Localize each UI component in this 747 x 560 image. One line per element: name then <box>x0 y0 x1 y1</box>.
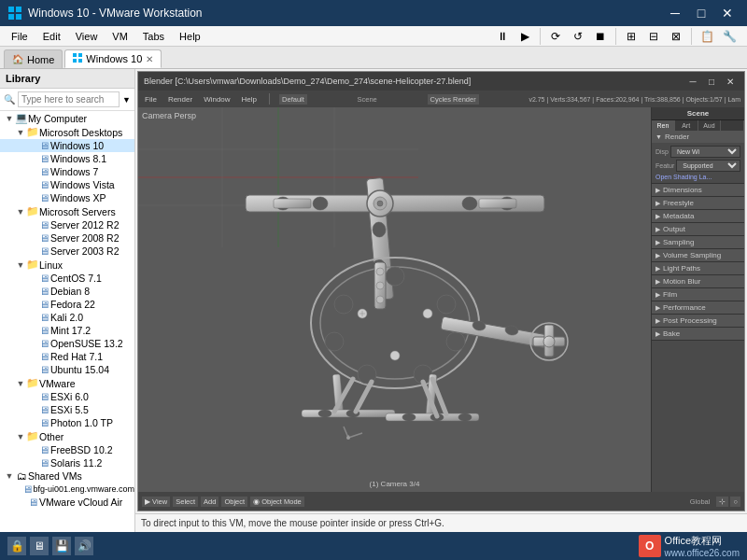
blender-minimize-btn[interactable]: ─ <box>684 75 701 88</box>
sidebar-item-srv2003[interactable]: 🖥 Server 2003 R2 <box>0 245 134 258</box>
select-btn[interactable]: Select <box>173 497 198 507</box>
sidebar-item-other[interactable]: ▼ 📁 Other <box>0 429 134 443</box>
toolbar-btn-2[interactable]: ▶ <box>514 26 535 47</box>
sidebar-item-redhat[interactable]: 🖥 Red Hat 7.1 <box>0 350 134 363</box>
menu-file[interactable]: File <box>4 29 35 44</box>
menu-view[interactable]: View <box>68 29 106 44</box>
section-render-header[interactable]: ▼ Render <box>652 131 744 143</box>
sidebar-item-photon[interactable]: 🖥 Photon 1.0 TP <box>0 416 134 429</box>
section-postproc-header[interactable]: ▶ Post Processing <box>652 315 744 327</box>
tray-icon-1[interactable]: 🔒 <box>7 537 26 555</box>
section-perf-header[interactable]: ▶ Performance <box>652 301 744 314</box>
panel-tab-art[interactable]: Art <box>675 120 698 131</box>
vm-icon: 🖥 <box>37 192 50 203</box>
blender-menu-help[interactable]: Help <box>239 95 260 104</box>
sidebar-item-linux[interactable]: ▼ 📁 Linux <box>0 258 134 272</box>
sidebar-item-centos[interactable]: 🖥 CentOS 7.1 <box>0 272 134 285</box>
sidebar-item-solaris[interactable]: 🖥 Solaris 11.2 <box>0 456 134 469</box>
sidebar-item-win81[interactable]: 🖥 Windows 8.1 <box>0 152 134 165</box>
sidebar-item-debian[interactable]: 🖥 Debian 8 <box>0 285 134 298</box>
section-film-header[interactable]: ▶ Film <box>652 288 744 301</box>
toolbar-btn-6[interactable]: ⊞ <box>621 26 641 47</box>
toolbar-btn-4[interactable]: ↺ <box>568 26 588 47</box>
snap-btn[interactable]: ⊹ <box>716 497 728 507</box>
toolbar-btn-9[interactable]: 📋 <box>697 26 717 47</box>
sidebar-item-vmware[interactable]: ▼ 📁 VMware <box>0 376 134 390</box>
sidebar-item-ms-desktops[interactable]: ▼ 📁 Microsoft Desktops <box>0 125 134 139</box>
sidebar-item-esxi6[interactable]: 🖥 ESXi 6.0 <box>0 390 134 403</box>
section-lightpaths-header[interactable]: ▶ Light Paths <box>652 262 744 274</box>
sidebar-item-mint[interactable]: 🖥 Mint 17.2 <box>0 324 134 337</box>
disp-dropdown[interactable]: New Wi <box>670 146 740 158</box>
tree-label: CentOS 7.1 <box>50 273 102 284</box>
section-motionblur-header[interactable]: ▶ Motion Blur <box>652 275 744 287</box>
add-btn[interactable]: Add <box>201 497 218 507</box>
sidebar-item-ms-servers[interactable]: ▼ 📁 Microsoft Servers <box>0 204 134 218</box>
toolbar-btn-8[interactable]: ⊠ <box>666 26 686 47</box>
sidebar-item-srv2012[interactable]: 🖥 Server 2012 R2 <box>0 218 134 231</box>
sidebar-item-win10[interactable]: 🖥 Windows 10 <box>0 139 134 152</box>
sidebar-item-srv2008[interactable]: 🖥 Server 2008 R2 <box>0 231 134 245</box>
panel-tab-aud[interactable]: Aud <box>698 120 722 131</box>
search-input[interactable] <box>18 91 120 107</box>
sidebar-item-fedora[interactable]: 🖥 Fedora 22 <box>0 298 134 311</box>
sidebar-item-mycomputer[interactable]: ▼ 💻 My Computer <box>0 111 134 125</box>
panel-tab-render[interactable]: Ren <box>652 120 675 131</box>
blender-menu-render[interactable]: Render <box>165 95 195 104</box>
object-btn[interactable]: Object <box>221 497 247 507</box>
menu-vm[interactable]: VM <box>105 29 135 44</box>
sidebar-item-esxi55[interactable]: 🖥 ESXi 5.5 <box>0 403 134 416</box>
sidebar-item-win7[interactable]: 🖥 Windows 7 <box>0 165 134 178</box>
section-sampling-header[interactable]: ▶ Sampling <box>652 236 744 248</box>
menu-help[interactable]: Help <box>172 29 208 44</box>
object-mode-btn[interactable]: ◉ Object Mode <box>250 497 304 507</box>
sidebar-item-shared[interactable]: ▼ 🗂 Shared VMs <box>0 469 134 483</box>
blender-render-engine[interactable]: Cycles Render <box>428 94 479 105</box>
sidebar-item-freebsd[interactable]: 🖥 FreeBSD 10.2 <box>0 443 134 456</box>
blender-menu-window[interactable]: Window <box>201 95 233 104</box>
toolbar-btn-7[interactable]: ⊟ <box>643 26 664 47</box>
toolbar-btn-10[interactable]: 🔧 <box>719 26 740 47</box>
sidebar-item-winvista[interactable]: 🖥 Windows Vista <box>0 178 134 191</box>
toolbar-btn-5[interactable]: ⏹ <box>590 26 611 47</box>
section-label: Metadata <box>663 212 694 220</box>
menu-edit[interactable]: Edit <box>35 29 68 44</box>
section-arrow: ▶ <box>655 291 660 299</box>
blender-maximize-btn[interactable]: □ <box>703 75 720 88</box>
search-dropdown-icon[interactable]: ▼ <box>122 95 131 105</box>
sidebar-item-kali[interactable]: 🖥 Kali 2.0 <box>0 311 134 324</box>
sidebar-item-vcloud[interactable]: 🖥 VMware vCloud Air <box>0 496 134 509</box>
section-bake-header[interactable]: ▶ Bake <box>652 328 744 340</box>
maximize-button[interactable]: □ <box>689 4 713 22</box>
menu-tabs[interactable]: Tabs <box>135 29 172 44</box>
blender-close-btn[interactable]: ✕ <box>722 75 739 88</box>
tray-icon-4[interactable]: 🔊 <box>75 537 93 555</box>
minimize-button[interactable]: ─ <box>663 4 687 22</box>
toolbar-btn-1[interactable]: ⏸ <box>492 26 513 47</box>
section-output-header[interactable]: ▶ Output <box>652 223 744 235</box>
blender-viewport[interactable]: Camera Persp <box>138 107 651 492</box>
prop-edit-btn[interactable]: ○ <box>730 497 740 507</box>
tray-icon-2[interactable]: 🖥 <box>30 537 49 555</box>
blender-menu-file[interactable]: File <box>142 95 160 104</box>
section-dimensions-header[interactable]: ▶ Dimensions <box>652 184 744 196</box>
svg-rect-5 <box>78 53 82 57</box>
section-vol-header[interactable]: ▶ Volume Sampling <box>652 249 744 261</box>
sidebar-item-bfg[interactable]: 🖥 bfg-ui001.eng.vmware.com <box>0 483 134 496</box>
section-freestyle-header[interactable]: ▶ Freestyle <box>652 197 744 209</box>
tab-close-button[interactable]: ✕ <box>146 54 153 64</box>
panel-tab-extra[interactable] <box>721 120 744 131</box>
toolbar-btn-3[interactable]: ⟳ <box>545 26 566 47</box>
close-button[interactable]: ✕ <box>715 4 740 22</box>
view-btn[interactable]: ▶ View <box>142 497 170 507</box>
tab-windows10[interactable]: Windows 10 ✕ <box>64 49 162 68</box>
office-logo-container[interactable]: O Office教程网 www.office26.com <box>639 534 740 558</box>
office-brand-text: Office教程网 www.office26.com <box>665 534 740 558</box>
section-metadata-header[interactable]: ▶ Metadata <box>652 210 744 222</box>
sidebar-item-winxp[interactable]: 🖥 Windows XP <box>0 191 134 204</box>
feature-dropdown[interactable]: Supported <box>676 160 740 172</box>
sidebar-item-opensuse[interactable]: 🖥 OpenSUSE 13.2 <box>0 337 134 350</box>
tab-home[interactable]: 🏠 Home <box>4 49 63 68</box>
tray-icon-3[interactable]: 💾 <box>52 537 71 555</box>
sidebar-item-ubuntu[interactable]: 🖥 Ubuntu 15.04 <box>0 363 134 376</box>
